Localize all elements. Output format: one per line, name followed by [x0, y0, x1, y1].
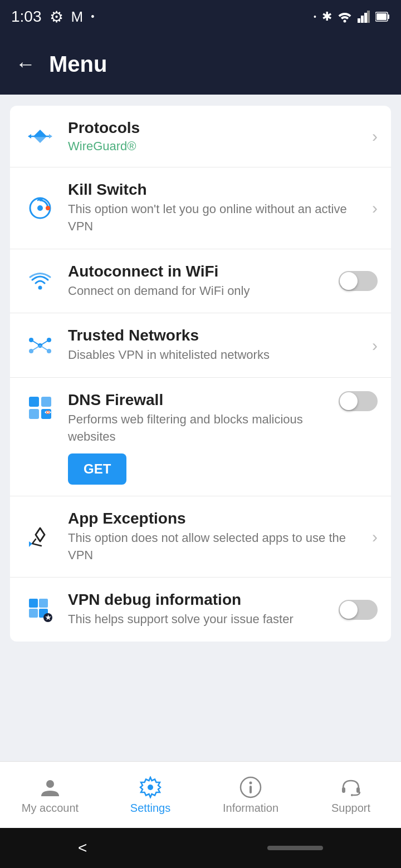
bluetooth-icon: ✱ — [322, 9, 332, 24]
svg-marker-9 — [33, 136, 47, 143]
autoconnect-wifi-subtitle: Connect on demand for WiFi only — [68, 283, 333, 300]
protocol-icon — [23, 120, 57, 153]
svg-point-47 — [351, 794, 353, 796]
killswitch-title: Kill Switch — [68, 181, 366, 199]
nav-information[interactable]: Information — [200, 771, 301, 815]
system-nav-bar: < — [0, 828, 401, 868]
trusted-networks-content: Trusted Networks Disables VPN in whiteli… — [68, 327, 366, 364]
protocols-value: WireGuard® — [68, 139, 366, 154]
dns-firewall-item[interactable]: DNS Firewall Performs web filtering and … — [10, 378, 391, 496]
svg-rect-4 — [367, 11, 370, 23]
nav-information-label: Information — [223, 802, 278, 815]
svg-marker-8 — [33, 130, 47, 136]
gmail-status-icon: M — [71, 8, 84, 26]
wifi-signal-icon — [338, 11, 352, 23]
svg-point-15 — [46, 206, 50, 210]
killswitch-item[interactable]: Kill Switch This option won't let you go… — [10, 167, 391, 249]
dot-status-icon: • — [91, 11, 94, 23]
wifi-dot-icon: • — [314, 12, 316, 21]
svg-point-14 — [37, 205, 43, 211]
protocols-item[interactable]: Protocols WireGuard® › — [10, 106, 391, 167]
trusted-networks-subtitle: Disables VPN in whitelisted networks — [68, 347, 366, 364]
svg-point-40 — [46, 780, 54, 788]
app-exceptions-item[interactable]: App Exceptions This option does not allo… — [10, 496, 391, 578]
svg-rect-2 — [361, 16, 364, 23]
nav-settings[interactable]: Settings — [100, 771, 200, 815]
vpn-debug-content: VPN debug information This helps support… — [68, 591, 333, 628]
killswitch-subtitle: This option won't let you go online with… — [68, 201, 366, 235]
back-button[interactable]: ← — [16, 52, 36, 76]
svg-rect-3 — [364, 13, 367, 23]
app-bar-title: Menu — [49, 52, 107, 77]
svg-rect-44 — [250, 786, 252, 793]
nav-settings-label: Settings — [130, 802, 170, 815]
status-left: 1:03 ⚙ M • — [11, 8, 94, 26]
protocols-title: Protocols — [68, 119, 366, 137]
nav-my-account[interactable]: My account — [0, 771, 100, 815]
vpn-debug-title: VPN debug information — [68, 591, 333, 609]
status-right: • ✱ — [314, 9, 390, 24]
svg-line-25 — [40, 346, 49, 351]
settings-nav-icon — [139, 776, 162, 798]
vpn-debug-toggle[interactable] — [339, 600, 378, 620]
autoconnect-wifi-title: Autoconnect in WiFi — [68, 263, 333, 280]
system-back-button[interactable]: < — [78, 839, 87, 857]
svg-rect-6 — [388, 14, 389, 19]
bottom-nav: My account Settings Information — [0, 761, 401, 828]
trusted-networks-title: Trusted Networks — [68, 327, 366, 344]
svg-text:★: ★ — [45, 614, 51, 622]
autoconnect-wifi-item[interactable]: Autoconnect in WiFi Connect on demand fo… — [10, 249, 391, 314]
app-exceptions-content: App Exceptions This option does not allo… — [68, 510, 366, 564]
svg-marker-11 — [28, 134, 31, 139]
svg-point-0 — [344, 20, 346, 23]
main-content: Protocols WireGuard® › Kill Switch This … — [0, 95, 401, 761]
network-icon — [23, 329, 57, 362]
svg-rect-45 — [342, 787, 345, 793]
dns-firewall-toggle[interactable] — [339, 391, 378, 411]
battery-icon — [375, 11, 390, 23]
trusted-networks-chevron: › — [372, 336, 378, 355]
svg-rect-27 — [41, 397, 51, 407]
protocols-content: Protocols WireGuard® — [68, 119, 366, 154]
svg-rect-29 — [41, 409, 51, 419]
appexceptions-icon — [23, 520, 57, 554]
protocols-chevron: › — [372, 127, 378, 146]
status-time: 1:03 — [11, 8, 42, 26]
svg-point-43 — [250, 782, 252, 785]
trusted-networks-item[interactable]: Trusted Networks Disables VPN in whiteli… — [10, 313, 391, 378]
app-exceptions-title: App Exceptions — [68, 510, 366, 527]
svg-line-24 — [31, 346, 40, 351]
autoconnect-wifi-content: Autoconnect in WiFi Connect on demand fo… — [68, 263, 333, 300]
svg-rect-26 — [29, 397, 39, 407]
status-bar: 1:03 ⚙ M • • ✱ — [0, 0, 401, 33]
vpn-debug-item[interactable]: ★ VPN debug information This helps suppo… — [10, 578, 391, 642]
dns-firewall-content: DNS Firewall Performs web filtering and … — [68, 391, 333, 485]
get-button[interactable]: GET — [68, 453, 126, 485]
autoconnect-wifi-toggle[interactable] — [339, 271, 378, 291]
nav-support[interactable]: Support — [301, 771, 401, 815]
svg-rect-7 — [376, 13, 387, 20]
svg-point-16 — [38, 285, 42, 289]
app-bar: ← Menu — [0, 33, 401, 95]
settings-card: Protocols WireGuard® › Kill Switch This … — [10, 106, 391, 642]
svg-rect-36 — [29, 609, 38, 618]
killswitch-icon — [23, 191, 57, 225]
dns-firewall-title: DNS Firewall — [68, 391, 333, 409]
svg-rect-34 — [29, 599, 38, 608]
killswitch-chevron: › — [372, 199, 378, 218]
vpn-debug-subtitle: This helps support solve your issue fast… — [68, 611, 333, 628]
svg-rect-1 — [358, 18, 360, 23]
system-home-pill[interactable] — [267, 846, 323, 850]
svg-marker-12 — [49, 134, 52, 139]
settings-status-icon: ⚙ — [50, 8, 63, 26]
person-icon — [39, 776, 61, 798]
debug-icon: ★ — [23, 593, 57, 627]
svg-line-23 — [40, 340, 49, 346]
svg-rect-28 — [29, 409, 39, 419]
svg-rect-35 — [39, 599, 48, 608]
signal-bars-icon — [358, 11, 370, 23]
app-exceptions-subtitle: This option does not allow selected apps… — [68, 530, 366, 564]
killswitch-content: Kill Switch This option won't let you go… — [68, 181, 366, 235]
svg-line-22 — [31, 340, 40, 346]
nav-support-label: Support — [331, 802, 370, 815]
